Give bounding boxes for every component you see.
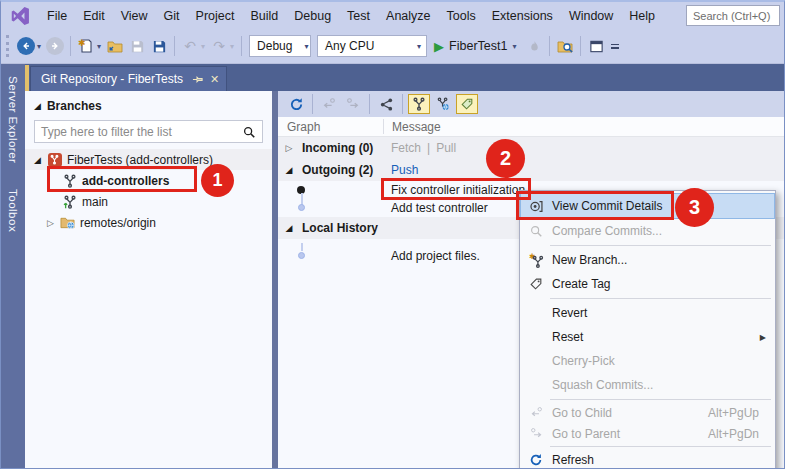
fetch-link[interactable]: Fetch (391, 141, 421, 155)
menu-item-compare-commits[interactable]: Compare Commits... (520, 219, 775, 243)
menu-file[interactable]: File (39, 5, 75, 27)
back-arrow-icon (17, 37, 35, 55)
collapsed-triangle-icon[interactable]: ▷ (282, 143, 296, 153)
close-icon[interactable]: ✕ (210, 73, 219, 86)
toolbar-grip[interactable] (6, 35, 10, 57)
menu-item-reset[interactable]: Reset ▶ (520, 325, 775, 349)
branch-filter-input[interactable]: Type here to filter the list (34, 120, 263, 143)
menu-item-squash-commits[interactable]: Squash Commits... (520, 373, 775, 397)
save-button[interactable] (126, 35, 148, 57)
branch-label-main: main (82, 195, 108, 209)
toolbox-window-button[interactable] (585, 35, 607, 57)
menu-view[interactable]: View (113, 5, 156, 27)
menu-item-create-tag[interactable]: Create Tag (520, 272, 775, 296)
commit-message: Add project files. (391, 249, 480, 263)
expand-triangle-icon[interactable]: ◢ (34, 155, 41, 165)
menu-debug[interactable]: Debug (286, 5, 339, 27)
new-project-caret[interactable]: ▾ (97, 42, 101, 51)
tree-item-remotes-origin[interactable]: ▷ remotes/origin (25, 212, 272, 233)
annotation-badge-3: 3 (675, 188, 714, 227)
search-input[interactable]: Search (Ctrl+Q) (686, 5, 780, 26)
solution-platform-select[interactable]: Any CPU ▾ (317, 35, 427, 57)
configuration-value: Debug (257, 39, 292, 53)
outgoing-label: Outgoing (2) (302, 163, 373, 177)
toggle-tags[interactable] (456, 94, 478, 114)
toggle-local-branches[interactable] (408, 94, 430, 114)
menu-build[interactable]: Build (242, 5, 286, 27)
toolwindow-accent (25, 65, 29, 91)
collapsed-triangle-icon[interactable]: ▷ (47, 218, 54, 228)
commit-graph-button[interactable] (375, 94, 397, 114)
column-graph[interactable]: Graph (278, 120, 383, 134)
menu-project[interactable]: Project (188, 5, 243, 27)
menu-git[interactable]: Git (156, 5, 188, 27)
start-debugging-button[interactable]: ▶ FiberTest1 ▾ (434, 39, 519, 54)
toolbar-overflow-button[interactable] (611, 43, 619, 50)
menu-item-shortcut: Alt+PgDn (708, 427, 759, 441)
menu-extensions[interactable]: Extensions (484, 5, 561, 27)
menu-item-label: Cherry-Pick (552, 354, 775, 368)
local-history-label: Local History (302, 221, 378, 235)
branches-section-header[interactable]: ◢ Branches (25, 91, 272, 117)
hot-reload-button[interactable] (523, 35, 545, 57)
refresh-button[interactable] (285, 94, 307, 114)
redo-caret[interactable]: ▾ (230, 42, 234, 51)
column-divider[interactable] (383, 119, 384, 134)
save-all-icon (152, 39, 167, 54)
menu-item-cherry-pick[interactable]: Cherry-Pick (520, 349, 775, 373)
sidebar-tab-toolbox[interactable]: Toolbox (7, 189, 19, 232)
remote-branch-icon (436, 97, 450, 111)
solution-configuration-select[interactable]: Debug ▾ (249, 35, 311, 57)
commit-dot (298, 204, 305, 211)
outgoing-section-row[interactable]: ◢ Outgoing (2) Push (278, 159, 784, 181)
toggle-remote-branches[interactable] (432, 94, 454, 114)
tab-git-repository[interactable]: Git Repository - FiberTests ✕ (30, 66, 227, 91)
forward-arrow-icon (46, 37, 64, 55)
menu-item-label: Squash Commits... (552, 378, 775, 392)
commit-context-menu: View Commit Details Compare Commits... ✱… (519, 190, 776, 469)
menu-analyze[interactable]: Analyze (378, 5, 438, 27)
menu-item-go-to-parent[interactable]: Go to Parent Alt+PgDn (520, 423, 775, 444)
expand-triangle-icon[interactable]: ◢ (282, 223, 296, 233)
menu-item-new-branch[interactable]: ✱ New Branch... (520, 248, 775, 272)
undo-button[interactable]: ↶ (179, 35, 201, 57)
undo-caret[interactable]: ▾ (201, 42, 205, 51)
tree-item-branch-main[interactable]: main (25, 191, 272, 212)
repository-label: FiberTests (add-controllers) (67, 153, 213, 167)
go-to-child-icon (322, 97, 336, 111)
open-folder-icon (107, 38, 123, 54)
open-file-button[interactable] (104, 35, 126, 57)
menu-window[interactable]: Window (561, 5, 621, 27)
push-link[interactable]: Push (391, 163, 418, 177)
navigate-forward-button[interactable] (44, 35, 66, 57)
menu-item-label: Revert (552, 306, 775, 320)
go-to-child-button[interactable] (318, 94, 340, 114)
expand-triangle-icon[interactable]: ◢ (282, 165, 296, 175)
menu-item-refresh[interactable]: Refresh (520, 449, 775, 469)
menu-edit[interactable]: Edit (75, 5, 113, 27)
pin-icon[interactable] (192, 74, 203, 85)
navigate-back-button[interactable] (15, 35, 37, 57)
go-to-parent-button[interactable] (342, 94, 364, 114)
incoming-section-row[interactable]: ▷ Incoming (0) Fetch | Pull (278, 137, 784, 159)
sidebar-tab-server-explorer[interactable]: Server Explorer (7, 76, 19, 163)
find-in-files-button[interactable] (554, 35, 576, 57)
redo-button[interactable]: ↷ (208, 35, 230, 57)
column-message[interactable]: Message (383, 120, 441, 134)
play-icon: ▶ (434, 39, 444, 54)
menu-help[interactable]: Help (621, 5, 663, 27)
menu-test[interactable]: Test (339, 5, 378, 27)
menu-tools[interactable]: Tools (439, 5, 484, 27)
menu-item-revert[interactable]: Revert (520, 301, 775, 325)
menu-bar: File Edit View Git Project Build Debug T… (1, 2, 784, 29)
toolbar-separator (174, 36, 175, 56)
menu-item-go-to-child[interactable]: Go to Child Alt+PgUp (520, 402, 775, 423)
annotation-box-1 (47, 166, 197, 192)
pull-link[interactable]: Pull (436, 141, 456, 155)
save-all-button[interactable] (148, 35, 170, 57)
menu-item-label: Compare Commits... (552, 224, 775, 238)
back-dropdown-caret[interactable]: ▾ (37, 42, 41, 51)
run-target-caret[interactable]: ▾ (512, 42, 516, 51)
tag-icon (460, 97, 474, 111)
new-project-button[interactable]: ✱ (75, 35, 97, 57)
